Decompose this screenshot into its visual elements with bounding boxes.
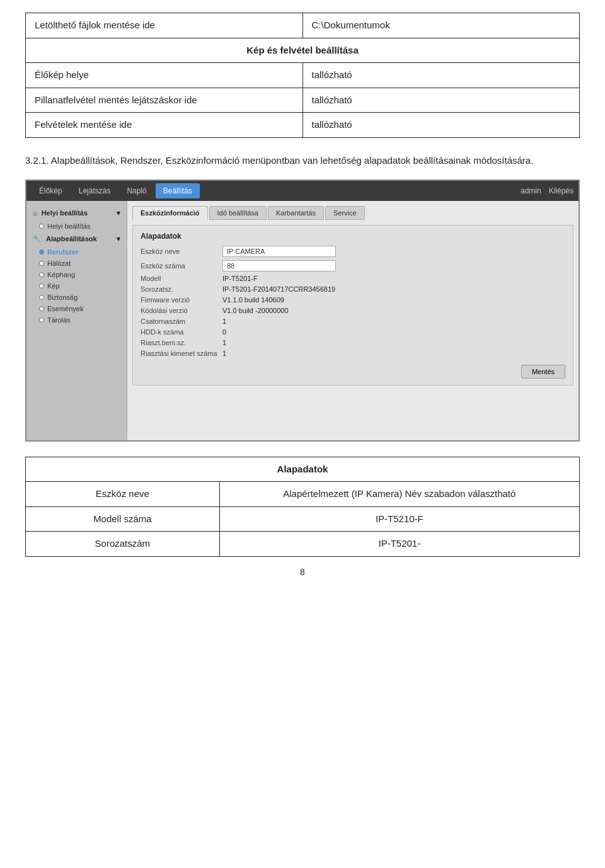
bottom-table: Alapadatok Eszköz neve Alapértelmezett (… [25, 457, 580, 557]
sidebar-kep-label: Kép [47, 282, 60, 290]
input-eszkozneve[interactable] [222, 246, 336, 257]
radio-biztonsag [39, 295, 44, 300]
value-firmware: V1.1.0 build 140609 [222, 296, 284, 304]
label-riasztasi: Riasztási kimenet száma [141, 350, 222, 357]
sidebar-halozat-label: Hálózat [47, 260, 71, 267]
label-csatorna: Csatornaszám [141, 317, 222, 325]
info-panel-title: Alapadatok [141, 232, 565, 241]
sidebar-rendszer-label: Rendszer [47, 248, 79, 256]
bottom-row1-col2: Alapértelmezett (IP Kamera) Név szabadon… [219, 482, 579, 507]
chevron-alap-icon: ▾ [117, 235, 120, 243]
label-kodolas: Kódolási verzió [141, 307, 222, 314]
bottom-row2-col1: Modell száma [26, 506, 220, 532]
sidebar-kephang-label: Képhang [47, 271, 75, 278]
info-row-riasztasi: Riasztási kimenet száma 1 [141, 350, 565, 357]
label-modell: Modell [141, 275, 222, 282]
sidebar-tarolas-label: Tárolás [47, 316, 71, 324]
value-kodolas: V1.0 build -20000000 [222, 307, 289, 314]
house-icon: ⌂ [33, 209, 37, 217]
nav-logout-button[interactable]: Kilépés [549, 186, 573, 195]
label-eszkozszama: Eszköz száma [141, 262, 222, 270]
row2-col2: tallózható [302, 88, 580, 113]
radio-rendszer [39, 249, 44, 254]
radio-helyi [39, 224, 44, 229]
sidebar-item-kephang[interactable]: Képhang [26, 269, 127, 280]
sidebar-helyi-label: Helyi beállítás [42, 209, 88, 217]
save-button[interactable]: Mentés [521, 365, 565, 379]
input-eszkozszama[interactable] [222, 260, 336, 271]
radio-halozat [39, 261, 44, 266]
label-hdd: HDD-k száma [141, 328, 222, 336]
sidebar-biztonsag-label: Biztonság [47, 294, 78, 301]
nav-item-lejatszas[interactable]: Lejátszás [71, 183, 118, 198]
sidebar-helyi-sub-label: Helyi beállítás [47, 222, 90, 230]
info-row-eszkozszama: Eszköz száma [141, 260, 565, 271]
nav-item-beallitas[interactable]: Beállítás [156, 183, 200, 198]
sidebar-section-alap: 🔧 Alapbeállítások ▾ [26, 232, 127, 246]
sidebar-item-halozat[interactable]: Hálózat [26, 258, 127, 269]
info-row-eszkozneve: Eszköz neve [141, 246, 565, 257]
bottom-row3-col2: IP-T5201- [219, 532, 579, 557]
content-panel: Eszközinformáció Idő beállítása Karbanta… [127, 201, 579, 440]
radio-esemenyek [39, 306, 44, 311]
value-csatorna: 1 [222, 317, 226, 325]
radio-tarolas [39, 317, 44, 323]
nav-admin-label: admin [521, 186, 541, 195]
top-table: Letölthető fájlok mentése ide C:\Dokumen… [25, 13, 580, 138]
bottom-row3-col1: Sorozatszám [26, 532, 220, 557]
radio-kephang [39, 272, 44, 277]
sidebar: ⌂ Helyi beállítás ▾ Helyi beállítás 🔧 Al… [26, 201, 127, 440]
sidebar-esemenyek-label: Események [47, 305, 83, 312]
value-riasztasi: 1 [222, 350, 226, 357]
tab-karbantartas[interactable]: Karbantartás [268, 206, 324, 220]
row2-col1: Pillanatfelvétel mentés lejátszáskor ide [26, 88, 303, 113]
nav-item-naplo[interactable]: Napló [119, 183, 154, 198]
info-row-firmware: Firmware verzió V1.1.0 build 140609 [141, 296, 565, 304]
label-riaszt: Riaszt.bem.sz. [141, 339, 222, 346]
info-panel: Alapadatok Eszköz neve Eszköz száma Mode… [132, 225, 573, 385]
info-row-riaszt: Riaszt.bem.sz. 1 [141, 339, 565, 346]
value-modell: IP-T5201-F [222, 275, 258, 282]
bottom-row2-col2: IP-T5210-F [219, 506, 579, 532]
top-table-col1-header: Letölthető fájlok mentése ide [26, 13, 303, 38]
section-title: Kép és felvétel beállítása [26, 38, 580, 63]
row1-col2: tallózható [302, 63, 580, 88]
info-row-modell: Modell IP-T5201-F [141, 275, 565, 282]
tab-eszkozinfo[interactable]: Eszközinformáció [132, 206, 208, 220]
value-hdd: 0 [222, 328, 226, 336]
radio-kep [39, 283, 44, 288]
nav-right: admin Kilépés [521, 186, 573, 195]
nav-item-eloKep[interactable]: Élőkép [32, 183, 70, 198]
row3-col1: Felvételek mentése ide [26, 113, 303, 138]
tab-service[interactable]: Service [325, 206, 365, 220]
info-row-csatorna: Csatornaszám 1 [141, 317, 565, 325]
tab-idoBeallitasa[interactable]: Idő beállítása [209, 206, 267, 220]
wrench-icon: 🔧 [33, 235, 42, 243]
section-description: 3.2.1. Alapbeállítások, Rendszer, Eszköz… [25, 153, 580, 168]
sidebar-item-kep[interactable]: Kép [26, 280, 127, 292]
sidebar-item-tarolas[interactable]: Tárolás [26, 314, 127, 326]
chevron-icon: ▾ [117, 209, 120, 217]
bottom-row1-col1: Eszköz neve [26, 482, 220, 507]
sidebar-item-rendszer[interactable]: Rendszer [26, 246, 127, 258]
label-firmware: Firmware verzió [141, 296, 222, 304]
nav-bar: Élőkép Lejátszás Napló Beállítás admin K… [26, 181, 579, 201]
label-eszkozneve: Eszköz neve [141, 248, 222, 255]
screenshot-container: Élőkép Lejátszás Napló Beállítás admin K… [25, 180, 580, 442]
info-row-hdd: HDD-k száma 0 [141, 328, 565, 336]
sidebar-alap-label: Alapbeállítások [46, 235, 97, 243]
page-number: 8 [25, 567, 580, 577]
row1-col1: Élőkép helye [26, 63, 303, 88]
info-row-kodolas: Kódolási verzió V1.0 build -20000000 [141, 307, 565, 314]
sidebar-item-esemenyek[interactable]: Események [26, 303, 127, 314]
sidebar-item-biztonsag[interactable]: Biztonság [26, 292, 127, 303]
sidebar-item-helyi-beallitas[interactable]: Helyi beállítás [26, 220, 127, 232]
row3-col2: tallózható [302, 113, 580, 138]
tabs-row: Eszközinformáció Idő beállítása Karbanta… [132, 206, 573, 220]
value-riaszt: 1 [222, 339, 226, 346]
info-row-sorozat: Sorozatsz. IP-T5201-F20140717CCRR3456819 [141, 285, 565, 293]
value-sorozat: IP-T5201-F20140717CCRR3456819 [222, 285, 335, 293]
label-sorozat: Sorozatsz. [141, 285, 222, 293]
main-area: ⌂ Helyi beállítás ▾ Helyi beállítás 🔧 Al… [26, 201, 579, 440]
top-table-col2-header: C:\Dokumentumok [302, 13, 580, 38]
